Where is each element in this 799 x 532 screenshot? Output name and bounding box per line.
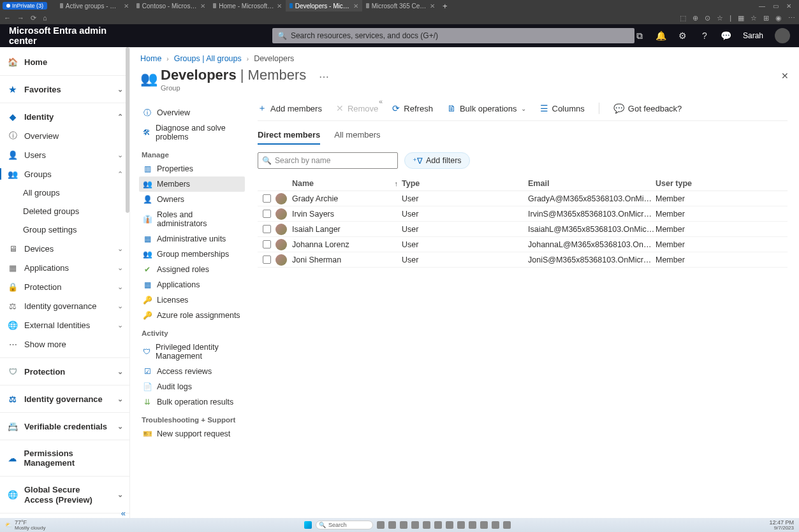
portal-username[interactable]: Sarah	[743, 31, 763, 40]
row-checkbox[interactable]	[263, 194, 271, 203]
browser-tab[interactable]: Contoso - Microsoft Entra admi...✕	[133, 0, 209, 11]
col-header-usertype[interactable]: User type	[656, 179, 726, 188]
row-checkbox[interactable]	[263, 240, 271, 248]
taskbar-app-icon[interactable]	[457, 521, 465, 529]
add-members-button[interactable]: ＋Add members	[258, 103, 322, 114]
browser-refresh-icon[interactable]: ⟳	[31, 14, 36, 22]
add-filters-button[interactable]: ⁺∇ Add filters	[404, 152, 470, 169]
tab-close-icon[interactable]: ✕	[277, 3, 282, 10]
blade-nav-licenses[interactable]: 🔑Licenses	[139, 292, 245, 308]
blade-nav-applications[interactable]: ▦Applications	[139, 277, 245, 292]
nav-groups[interactable]: 👥Groups⌃	[0, 164, 129, 183]
tab-close-icon[interactable]: ✕	[430, 3, 435, 10]
help-icon[interactable]: ?	[700, 31, 710, 41]
row-checkbox[interactable]	[263, 225, 271, 233]
refresh-button[interactable]: ⟳Refresh	[392, 103, 433, 113]
blade-nav-pim[interactable]: 🛡Privileged Identity Management	[139, 340, 245, 364]
taskbar-app-icon[interactable]	[423, 521, 430, 529]
feedback-icon[interactable]: 💬	[721, 31, 731, 41]
nav-group-settings[interactable]: Group settings	[0, 220, 129, 239]
blade-nav-new-support[interactable]: 🎫New support request	[139, 426, 245, 442]
browser-favs-icon[interactable]: ☆	[751, 14, 757, 22]
browser-search-icon[interactable]: ⊙	[705, 14, 710, 22]
blade-nav-access-reviews[interactable]: ☑Access reviews	[139, 364, 245, 379]
portal-search-input[interactable]: 🔍 Search resources, services, and docs (…	[272, 28, 634, 43]
blade-nav-group-memberships[interactable]: 👥Group memberships	[139, 247, 245, 262]
browser-collections-icon[interactable]: ⊞	[763, 14, 769, 22]
table-row[interactable]: Isaiah LangerUserIsaiahL@M365x85368103.O…	[258, 222, 788, 237]
nav-permissions-management[interactable]: ☁Permissions Management	[0, 444, 129, 472]
table-row[interactable]: Grady ArchieUserGradyA@M365x85368103.OnM…	[258, 191, 788, 206]
blade-nav-azure-role[interactable]: 🔑Azure role assignments	[139, 308, 245, 323]
nav-protection-root[interactable]: 🛡Protection⌄	[0, 362, 129, 381]
nav-deleted-groups[interactable]: Deleted groups	[0, 202, 129, 220]
copilot-icon[interactable]: ⧉	[634, 31, 645, 41]
start-icon[interactable]	[304, 521, 312, 529]
breadcrumb-groups[interactable]: Groups | All groups	[174, 54, 242, 63]
browser-home-icon[interactable]: ⌂	[43, 14, 47, 22]
browser-back-icon[interactable]: ←	[4, 14, 11, 22]
browser-ext2-icon[interactable]: ▦	[738, 14, 744, 22]
tab-close-icon[interactable]: ✕	[200, 3, 205, 10]
taskbar-app-icon[interactable]	[388, 521, 396, 529]
browser-tab[interactable]: Active groups - Microsoft 365 a...✕	[56, 0, 133, 11]
blade-nav-bulk-results[interactable]: ⇊Bulk operation results	[139, 394, 245, 410]
browser-forward-icon[interactable]: →	[17, 14, 24, 22]
taskbar-app-icon[interactable]	[469, 521, 476, 529]
nav-show-more[interactable]: ⋯Show more	[0, 334, 129, 354]
taskbar-search[interactable]: 🔍Search	[316, 521, 373, 529]
nav-all-groups[interactable]: All groups	[0, 183, 129, 202]
nav-external-identities[interactable]: 🌐External Identities⌄	[0, 315, 129, 334]
browser-tab-active[interactable]: Developers - Microsoft Entra ad...✕	[286, 0, 362, 11]
inprivate-chip[interactable]: InPrivate (3)	[3, 2, 47, 10]
nav-identity-governance-root[interactable]: ⚖Identity governance⌄	[0, 389, 129, 408]
taskbar-app-icon[interactable]	[492, 521, 499, 529]
page-more-icon[interactable]: ⋯	[319, 71, 329, 83]
portal-brand[interactable]: Microsoft Entra admin center	[9, 25, 132, 46]
nav-protection[interactable]: 🔒Protection⌄	[0, 277, 129, 296]
window-close-icon[interactable]: ✕	[786, 3, 791, 10]
row-checkbox[interactable]	[263, 210, 271, 218]
window-maximize-icon[interactable]: ▭	[773, 3, 779, 10]
tab-all-members[interactable]: All members	[334, 127, 380, 145]
new-tab-button[interactable]: +	[439, 1, 451, 11]
columns-button[interactable]: ☰Columns	[540, 103, 585, 113]
taskbar-app-icon[interactable]	[446, 521, 453, 529]
table-row[interactable]: Irvin SayersUserIrvinS@M365x85368103.OnM…	[258, 206, 788, 222]
blade-nav-diagnose[interactable]: 🛠Diagnose and solve problems	[139, 120, 245, 145]
nav-global-secure-access[interactable]: 🌐Global Secure Access (Preview)⌄	[0, 480, 129, 509]
taskbar-app-icon[interactable]	[434, 521, 442, 529]
browser-menu-icon[interactable]: ⋯	[788, 14, 795, 22]
window-minimize-icon[interactable]: —	[759, 3, 765, 10]
blade-nav-properties[interactable]: ▥Properties	[139, 161, 245, 176]
taskbar-weather[interactable]: ⛅ 77°FMostly cloudy	[5, 520, 45, 531]
nav-home[interactable]: 🏠Home	[0, 52, 129, 71]
feedback-button[interactable]: 💬Got feedback?	[613, 103, 682, 113]
nav-identity[interactable]: ◆Identity⌃	[0, 107, 129, 126]
nav-favorites[interactable]: ★Favorites⌄	[0, 80, 129, 99]
bulk-operations-button[interactable]: 🗎Bulk operations⌄	[447, 103, 526, 113]
browser-tab[interactable]: Microsoft 365 Certification - Sea...✕	[362, 0, 439, 11]
table-row[interactable]: Johanna LorenzUserJohannaL@M365x85368103…	[258, 237, 788, 252]
row-checkbox[interactable]	[263, 255, 271, 264]
portal-avatar[interactable]	[775, 28, 790, 43]
blade-nav-audit-logs[interactable]: 📄Audit logs	[139, 379, 245, 394]
nav-identity-governance[interactable]: ⚖Identity governance⌄	[0, 296, 129, 315]
close-blade-icon[interactable]: ✕	[781, 71, 789, 81]
nav-overview[interactable]: ⓘOverview	[0, 126, 129, 145]
nav-applications[interactable]: ▦Applications⌄	[0, 258, 129, 277]
taskbar-tray[interactable]: 12:47 PM9/7/2023	[769, 520, 794, 531]
col-header-type[interactable]: Type	[402, 179, 528, 188]
tab-direct-members[interactable]: Direct members	[258, 127, 320, 145]
nav-users[interactable]: 👤Users⌄	[0, 145, 129, 164]
taskbar-app-icon[interactable]	[400, 521, 407, 529]
blade-nav-owners[interactable]: 👤Owners	[139, 192, 245, 207]
browser-star-icon[interactable]: ☆	[717, 14, 723, 22]
browser-profile-icon[interactable]: ◉	[775, 14, 782, 22]
sidebar-collapse-icon[interactable]: «	[121, 508, 126, 518]
blade-nav-roles[interactable]: 👔Roles and administrators	[139, 207, 245, 231]
browser-tab[interactable]: Home - Microsoft 365 security✕	[209, 0, 286, 11]
blade-nav-admin-units[interactable]: ▦Administrative units	[139, 231, 245, 247]
tab-close-icon[interactable]: ✕	[124, 3, 129, 10]
browser-zoom-icon[interactable]: ⊕	[693, 14, 698, 22]
